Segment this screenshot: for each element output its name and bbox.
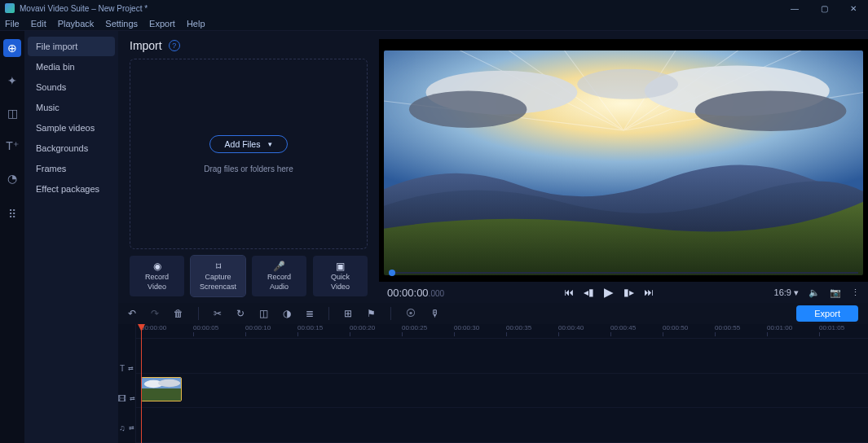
sidebar-item-music[interactable]: Music [28, 98, 115, 117]
svg-rect-15 [142, 388, 181, 401]
prev-clip-button[interactable]: ⏮ [564, 287, 574, 298]
dropzone[interactable]: Add Files ▾ Drag files or folders here [130, 59, 368, 249]
preview-menu-icon[interactable]: ⋮ [851, 287, 860, 298]
track-title-toggle[interactable]: T ⇄ [118, 354, 135, 384]
minimize-button[interactable]: — [780, 0, 809, 16]
record-voiceover-button[interactable]: 🎙 [430, 308, 440, 319]
rail-more-icon[interactable]: ⠿ [3, 205, 21, 223]
timeline-ruler[interactable]: 00:00:0000:00:0500:00:1000:00:15 00:00:2… [136, 324, 868, 339]
menu-file[interactable]: File [5, 19, 20, 29]
export-button[interactable]: Export [796, 305, 858, 322]
sidebar-item-file-import[interactable]: File import [28, 37, 115, 56]
quick-video-button[interactable]: ▣ Quick Video [313, 256, 368, 296]
audio-track[interactable] [136, 408, 868, 443]
close-button[interactable]: ✕ [839, 0, 868, 16]
title-track[interactable] [136, 339, 868, 374]
redo-button[interactable]: ↷ [151, 308, 159, 319]
zoom-timeline-button[interactable]: ⦿ [406, 308, 416, 319]
undo-button[interactable]: ↶ [128, 308, 136, 319]
preview-scrubber-handle[interactable] [389, 270, 395, 276]
track-audio-toggle[interactable]: ♫ ⇄ [118, 414, 135, 444]
preview-panel: 00:00:00.000 ⏮ ◂▮ ▶ ▮▸ ⏭ 16:9 ▾ 🔈 📷 [379, 31, 868, 303]
menu-edit[interactable]: Edit [31, 19, 46, 29]
preview-video[interactable] [384, 50, 863, 275]
add-files-label: Add Files [225, 139, 261, 149]
menu-export[interactable]: Export [149, 19, 175, 29]
menubar: File Edit Playback Settings Export Help [0, 16, 868, 31]
rail-stickers-icon[interactable]: ◔ [3, 169, 21, 187]
sidebar-item-effect-packages[interactable]: Effect packages [28, 179, 115, 199]
step-back-button[interactable]: ◂▮ [584, 287, 594, 298]
play-button[interactable]: ▶ [604, 285, 614, 300]
track-video-toggle[interactable]: 🎞 ⇄ [118, 384, 135, 414]
timeline: T ⇄ 🎞 ⇄ ♫ ⇄ 00:00:0000:00:0500:00:1000:0… [118, 324, 868, 443]
transition-wizard-button[interactable]: ⊞ [344, 308, 352, 319]
camera-icon: ◉ [153, 261, 161, 272]
capture-screencast-button[interactable]: ⌑ Capture Screencast [191, 256, 245, 296]
microphone-icon: 🎤 [273, 261, 285, 272]
video-clip[interactable] [141, 377, 182, 401]
record-audio-button[interactable]: 🎤 Record Audio [252, 256, 306, 296]
menu-help[interactable]: Help [187, 19, 205, 29]
preview-scrubber[interactable] [389, 272, 858, 274]
drag-hint: Drag files or folders here [204, 164, 293, 173]
svg-point-13 [577, 69, 678, 99]
rotate-button[interactable]: ↻ [236, 308, 245, 319]
svg-point-17 [158, 379, 180, 387]
timeline-toolbar: ↶ ↷ 🗑 ✂ ↻ ◫ ◑ ≣ ⊞ ⚑ ⦿ 🎙 Export [118, 303, 868, 324]
video-track[interactable] [136, 374, 868, 409]
import-panel: Import ? Add Files ▾ Drag files or folde… [118, 31, 379, 303]
app-logo-icon [5, 3, 15, 13]
delete-button[interactable]: 🗑 [174, 308, 183, 319]
rail-titles-icon[interactable]: T⁺ [3, 137, 21, 155]
clip-properties-button[interactable]: ≣ [306, 308, 314, 319]
svg-point-12 [695, 91, 847, 132]
window-title: Movavi Video Suite – New Project * [20, 4, 148, 13]
volume-icon[interactable]: 🔈 [809, 287, 820, 298]
next-clip-button[interactable]: ⏭ [644, 287, 654, 298]
sidebar-item-backgrounds[interactable]: Backgrounds [28, 138, 115, 158]
record-video-button[interactable]: ◉ Record Video [130, 256, 184, 296]
crop-button[interactable]: ◫ [259, 308, 268, 319]
chevron-down-icon: ▾ [268, 140, 272, 148]
maximize-button[interactable]: ▢ [809, 0, 839, 16]
aspect-ratio-select[interactable]: 16:9 ▾ [774, 287, 799, 298]
timecode: 00:00:00.000 [387, 287, 444, 299]
rail-import-icon[interactable]: ⊕ [3, 39, 21, 57]
marker-button[interactable]: ⚑ [367, 308, 376, 319]
sidebar-item-media-bin[interactable]: Media bin [28, 57, 115, 77]
import-sidebar: File import Media bin Sounds Music Sampl… [24, 31, 118, 443]
menu-settings[interactable]: Settings [105, 19, 138, 29]
help-icon[interactable]: ? [169, 40, 180, 51]
sidebar-item-sample-videos[interactable]: Sample videos [28, 118, 115, 138]
rail-filters-icon[interactable]: ✦ [3, 72, 21, 90]
sidebar-item-frames[interactable]: Frames [28, 159, 115, 178]
quick-video-icon: ▣ [336, 261, 345, 272]
add-files-button[interactable]: Add Files ▾ [209, 135, 289, 153]
color-adjust-button[interactable]: ◑ [283, 308, 291, 319]
screencast-icon: ⌑ [216, 261, 221, 272]
snapshot-icon[interactable]: 📷 [830, 287, 841, 298]
tool-rail: ⊕ ✦ ◫ T⁺ ◔ ⠿ [0, 31, 24, 443]
sidebar-item-sounds[interactable]: Sounds [28, 77, 115, 97]
cut-button[interactable]: ✂ [214, 308, 222, 319]
panel-heading: Import [130, 39, 162, 52]
svg-point-10 [409, 91, 527, 128]
step-forward-button[interactable]: ▮▸ [623, 287, 634, 298]
playhead[interactable] [141, 324, 142, 443]
rail-transitions-icon[interactable]: ◫ [3, 104, 21, 122]
titlebar: Movavi Video Suite – New Project * — ▢ ✕ [0, 0, 868, 16]
menu-playback[interactable]: Playback [58, 19, 95, 29]
